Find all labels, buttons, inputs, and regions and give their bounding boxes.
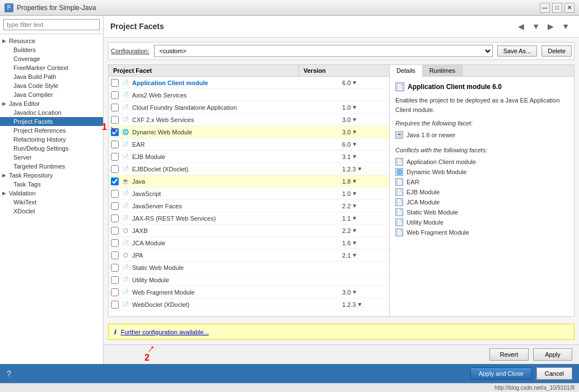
sidebar-item-java-code-style[interactable]: Java Code Style bbox=[0, 81, 103, 90]
facet-icon: 📄 bbox=[121, 152, 130, 161]
facet-checkbox[interactable] bbox=[111, 251, 119, 259]
version-dropdown[interactable]: ▼ bbox=[352, 227, 357, 234]
nav-dropdown-button[interactable]: ▼ bbox=[529, 20, 543, 32]
sidebar-item-task-repository[interactable]: ▶ Task Repository bbox=[0, 171, 103, 180]
facet-icon: 📄 bbox=[121, 91, 130, 100]
version-dropdown[interactable]: ▼ bbox=[352, 240, 357, 246]
version-dropdown[interactable]: ▼ bbox=[352, 203, 357, 209]
version-dropdown[interactable]: ▼ bbox=[352, 215, 357, 221]
facet-name: JAXB bbox=[132, 227, 342, 234]
sidebar-item-java-editor[interactable]: ▶ Java Editor bbox=[0, 99, 103, 108]
version-dropdown[interactable]: ▼ bbox=[352, 153, 357, 160]
version-dropdown[interactable]: ▼ bbox=[352, 289, 357, 295]
sidebar-item-label: Project References bbox=[13, 127, 66, 134]
sidebar-item-freemarker[interactable]: FreeMarker Context bbox=[0, 63, 103, 72]
facet-checkbox[interactable] bbox=[111, 227, 119, 235]
revert-button[interactable]: Revert bbox=[489, 348, 529, 361]
sidebar-item-server[interactable]: Server bbox=[0, 153, 103, 162]
facet-name: Axis2 Web Services bbox=[132, 92, 342, 99]
minimize-button[interactable]: — bbox=[540, 3, 550, 13]
facet-checkbox[interactable] bbox=[111, 202, 119, 210]
sidebar-item-xdoclet[interactable]: XDoclet bbox=[0, 207, 103, 216]
conflict-icon: 📄 bbox=[395, 228, 403, 236]
facet-checkbox[interactable] bbox=[111, 214, 119, 222]
config-select[interactable]: <custom> bbox=[154, 45, 493, 57]
facet-checkbox[interactable] bbox=[111, 116, 119, 124]
facet-row: ⬡ JPA 2.1 ▼ bbox=[109, 249, 389, 262]
facet-checkbox[interactable] bbox=[111, 178, 119, 185]
facet-version: 1.1 ▼ bbox=[342, 215, 387, 222]
close-button[interactable]: ✕ bbox=[564, 3, 575, 13]
facet-checkbox[interactable] bbox=[111, 141, 119, 148]
facet-row: 📄 EJB Module 3.1 ▼ bbox=[109, 151, 389, 163]
facet-checkbox[interactable] bbox=[111, 239, 119, 247]
version-dropdown[interactable]: ▼ bbox=[352, 80, 357, 86]
facet-row: 📄 EJBDoclet (XDoclet) 1.2.3 ▼ bbox=[109, 163, 389, 175]
sidebar-item-coverage[interactable]: Coverage bbox=[0, 54, 103, 63]
facet-checkbox[interactable] bbox=[111, 91, 119, 99]
version-dropdown[interactable]: ▼ bbox=[352, 104, 357, 110]
nav-menu-button[interactable]: ▼ bbox=[559, 20, 572, 32]
facet-name: CXF 2.x Web Services bbox=[132, 116, 342, 123]
sidebar-item-project-facets[interactable]: Project Facets bbox=[0, 117, 103, 126]
conflict-name: Web Fragment Module bbox=[407, 229, 469, 236]
facet-checkbox[interactable] bbox=[111, 301, 119, 309]
help-button[interactable]: ? bbox=[7, 369, 11, 378]
sidebar-item-project-references[interactable]: Project References bbox=[0, 126, 103, 135]
version-dropdown[interactable]: ▼ bbox=[352, 178, 357, 184]
details-panel: Details Runtimes 📄 Application Client mo… bbox=[390, 64, 575, 317]
facet-checkbox[interactable] bbox=[111, 79, 119, 87]
facet-checkbox[interactable] bbox=[111, 128, 119, 136]
sidebar-item-validation[interactable]: ▶ Validation bbox=[0, 189, 103, 198]
sidebar-item-java-compiler[interactable]: Java Compiler bbox=[0, 90, 103, 99]
nav-forward-button[interactable]: ▶ bbox=[545, 20, 557, 32]
conflict-name: Static Web Module bbox=[407, 209, 458, 216]
sidebar-item-wikitext[interactable]: WikiText bbox=[0, 198, 103, 207]
version-dropdown[interactable]: ▼ bbox=[352, 252, 357, 258]
apply-close-button[interactable]: Apply and Close bbox=[470, 367, 532, 380]
save-as-button[interactable]: Save As... bbox=[497, 45, 538, 57]
details-description: Enables the project to be deployed as a … bbox=[395, 96, 568, 114]
apply-button[interactable]: Apply bbox=[533, 348, 572, 361]
cancel-button[interactable]: Cancel bbox=[536, 367, 572, 380]
facet-checkbox[interactable] bbox=[111, 104, 119, 111]
facet-checkbox[interactable] bbox=[111, 264, 119, 272]
tab-details[interactable]: Details bbox=[390, 65, 423, 77]
sidebar-item-task-tags[interactable]: Task Tags bbox=[0, 180, 103, 189]
sidebar-item-targeted-runtimes[interactable]: Targeted Runtimes bbox=[0, 162, 103, 171]
facet-row: ⬡ JAXB 2.2 ▼ bbox=[109, 225, 389, 237]
sidebar-item-resource[interactable]: ▶ Resource bbox=[0, 36, 103, 45]
facet-row: 📄 Web Fragment Module 3.0 ▼ bbox=[109, 286, 389, 298]
version-dropdown[interactable]: ▼ bbox=[357, 166, 362, 172]
tab-runtimes[interactable]: Runtimes bbox=[423, 65, 463, 76]
facet-row: 📄 JCA Module 1.6 ▼ bbox=[109, 237, 389, 249]
version-dropdown[interactable]: ▼ bbox=[352, 141, 357, 147]
search-input[interactable] bbox=[3, 19, 100, 30]
nav-back-button[interactable]: ◀ bbox=[515, 20, 527, 32]
version-dropdown[interactable]: ▼ bbox=[352, 129, 357, 135]
delete-button[interactable]: Delete bbox=[541, 45, 572, 57]
version-dropdown[interactable]: ▼ bbox=[352, 116, 357, 123]
facet-row: 📄 Utility Module bbox=[109, 274, 389, 286]
sidebar-item-builders[interactable]: Builders bbox=[0, 45, 103, 54]
sidebar-item-java-build-path[interactable]: Java Build Path bbox=[0, 72, 103, 81]
facet-icon: 📄 bbox=[121, 263, 130, 272]
further-config-link[interactable]: Further configuration available... bbox=[121, 329, 209, 335]
facet-checkbox[interactable] bbox=[111, 190, 119, 198]
sidebar-item-javadoc[interactable]: Javadoc Location bbox=[0, 108, 103, 117]
right-panel: Project Facets ◀ ▼ ▶ ▼ Configuration: <c… bbox=[104, 16, 579, 364]
version-dropdown[interactable]: ▼ bbox=[352, 190, 357, 197]
facet-checkbox[interactable] bbox=[111, 288, 119, 296]
facet-version: 6.0 ▼ bbox=[342, 80, 387, 86]
facet-name: Java bbox=[132, 178, 342, 185]
facet-checkbox[interactable] bbox=[111, 153, 119, 161]
maximize-button[interactable]: □ bbox=[552, 3, 562, 13]
sidebar-item-refactoring[interactable]: Refactoring History bbox=[0, 135, 103, 144]
conflict-icon: 📄 bbox=[395, 178, 403, 186]
facet-version: 2.1 ▼ bbox=[342, 252, 387, 259]
facet-version: 1.2.3 ▼ bbox=[342, 166, 387, 172]
sidebar-item-run-debug[interactable]: Run/Debug Settings bbox=[0, 144, 103, 153]
facet-checkbox[interactable] bbox=[111, 165, 119, 173]
facet-checkbox[interactable] bbox=[111, 276, 119, 284]
version-dropdown[interactable]: ▼ bbox=[357, 301, 362, 307]
